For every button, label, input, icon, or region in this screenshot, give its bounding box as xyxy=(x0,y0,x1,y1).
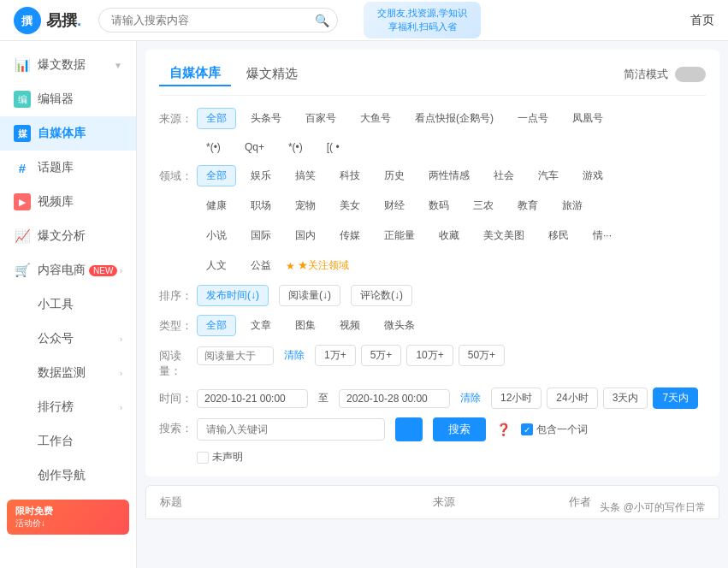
domain-focus-link[interactable]: ★ ★关注领域 xyxy=(286,258,349,273)
read-clear-btn[interactable]: 清除 xyxy=(284,348,305,363)
domain-qing[interactable]: 情··· xyxy=(583,225,621,246)
time-7d[interactable]: 7天内 xyxy=(653,388,698,409)
sidebar-item-paihang[interactable]: 排行榜 › xyxy=(0,390,136,424)
time-clear-btn[interactable]: 清除 xyxy=(460,391,481,405)
domain-zhichang[interactable]: 职场 xyxy=(241,195,281,216)
domain-chuanmei[interactable]: 传媒 xyxy=(330,225,370,246)
sidebar-item-shujujiankong[interactable]: 数据监测 › xyxy=(0,356,136,390)
source-toutiao[interactable]: 头条号 xyxy=(241,108,291,129)
source-wx[interactable]: *(•) xyxy=(197,138,230,157)
domain-keji[interactable]: 科技 xyxy=(330,165,370,186)
domain-meiwen[interactable]: 美文美图 xyxy=(474,225,534,246)
search-help-icon[interactable]: ❓ xyxy=(496,423,511,436)
color-select-btn[interactable] xyxy=(395,417,423,441)
domain-lianxing[interactable]: 两性情感 xyxy=(419,165,479,186)
domain-caijing[interactable]: 财经 xyxy=(375,195,414,216)
read-1w[interactable]: 1万+ xyxy=(315,345,356,366)
sidebar-label-gzh: 公众号 xyxy=(38,331,74,346)
search-submit-btn[interactable]: 搜索 xyxy=(433,417,486,441)
domain-gongyi[interactable]: 公益 xyxy=(241,255,281,276)
sidebar-item-shipinku[interactable]: ▶ 视频库 xyxy=(0,185,136,219)
tab-baowen-jingxuan[interactable]: 爆文精选 xyxy=(236,62,308,86)
sidebar-item-bianjiqqi[interactable]: 编 编辑器 xyxy=(0,82,136,116)
contain-word-checkbox[interactable]: ✓ 包含一个词 xyxy=(521,423,588,437)
sort-read-count[interactable]: 阅读量(↓) xyxy=(279,285,340,306)
type-gallery[interactable]: 图集 xyxy=(286,315,325,336)
source-kandian[interactable]: 看点快报(企鹅号) xyxy=(405,108,503,129)
keyword-input[interactable] xyxy=(197,418,385,441)
top-search-bar[interactable]: 🔍 xyxy=(98,8,338,33)
declare-row: 未声明 xyxy=(159,450,706,464)
domain-guonei[interactable]: 国内 xyxy=(286,225,325,246)
top-search-input[interactable] xyxy=(98,8,338,33)
declare-checkbox-row[interactable]: 未声明 xyxy=(197,450,706,464)
sort-label: 排序： xyxy=(159,285,197,304)
read-50w[interactable]: 50万+ xyxy=(459,345,505,366)
domain-lvyou[interactable]: 旅游 xyxy=(553,195,592,216)
type-article[interactable]: 文章 xyxy=(241,315,281,336)
source-yidian[interactable]: 一点号 xyxy=(508,108,558,129)
domain-jiaoyu[interactable]: 教育 xyxy=(508,195,547,216)
domain-youxi[interactable]: 游戏 xyxy=(573,165,613,186)
domain-shehui[interactable]: 社会 xyxy=(484,165,524,186)
sidebar-item-baowendata[interactable]: 📊 爆文数据 ▼ xyxy=(0,48,136,82)
promo-banner[interactable]: 限时免费 活动价↓ xyxy=(7,500,129,535)
domain-qiche[interactable]: 汽车 xyxy=(529,165,568,186)
home-link[interactable]: 首页 xyxy=(690,13,714,28)
sort-publish-time[interactable]: 发布时间(↓) xyxy=(197,285,269,306)
domain-yimin[interactable]: 移民 xyxy=(539,225,578,246)
sort-comment-count[interactable]: 评论数(↓) xyxy=(351,285,412,306)
sidebar-item-gongtai[interactable]: 工作台 xyxy=(0,424,136,459)
domain-guoji[interactable]: 国际 xyxy=(241,225,281,246)
read-10w[interactable]: 10万+ xyxy=(406,345,453,366)
source-fenghuang[interactable]: 凤凰号 xyxy=(563,108,613,129)
read-input[interactable] xyxy=(197,346,274,365)
sidebar-item-zimeiti[interactable]: 媒 自媒体库 xyxy=(0,116,136,151)
domain-all[interactable]: 全部 xyxy=(197,165,236,186)
domain-shuma[interactable]: 数码 xyxy=(419,195,459,216)
domain-chongwu[interactable]: 宠物 xyxy=(286,195,325,216)
time-12h[interactable]: 12小时 xyxy=(491,388,542,409)
domain-zhengneng[interactable]: 正能量 xyxy=(375,225,424,246)
sidebar-item-chuangzuo[interactable]: 创作导航 xyxy=(0,459,136,493)
domain-jiankang[interactable]: 健康 xyxy=(197,195,236,216)
sidebar-item-neirongec[interactable]: 🛒 内容电商 NEW › xyxy=(0,253,136,287)
source-wx2[interactable]: *(•) xyxy=(279,138,312,157)
domain-label4 xyxy=(159,255,197,258)
domain-yule[interactable]: 娱乐 xyxy=(241,165,281,186)
domain-sannong[interactable]: 三农 xyxy=(464,195,503,216)
domain-meinv[interactable]: 美女 xyxy=(330,195,370,216)
source-qq[interactable]: Qq+ xyxy=(235,138,274,157)
time-24h[interactable]: 24小时 xyxy=(547,388,597,409)
rank-icon xyxy=(14,399,31,416)
domain-shoucang[interactable]: 收藏 xyxy=(429,225,469,246)
time-3d[interactable]: 3天内 xyxy=(603,388,648,409)
domain-xiaoshuo[interactable]: 小说 xyxy=(197,225,236,246)
source-other[interactable]: [( • xyxy=(317,138,349,157)
sidebar-item-gongzhonghao[interactable]: 公众号 › xyxy=(0,322,136,356)
source-options: 全部 头条号 百家号 大鱼号 看点快报(企鹅号) 一点号 凤凰号 xyxy=(197,108,706,129)
read-5w[interactable]: 5万+ xyxy=(361,345,402,366)
tool-icon xyxy=(14,296,31,313)
tab-zimeiti[interactable]: 自媒体库 xyxy=(159,62,231,86)
sidebar-item-xiaogongju[interactable]: 小工具 xyxy=(0,287,136,322)
domain-renwen[interactable]: 人文 xyxy=(197,255,236,276)
sidebar-item-baowenanalysis[interactable]: 📈 爆文分析 xyxy=(0,219,136,253)
domain-lishi[interactable]: 历史 xyxy=(375,165,414,186)
time-label: 时间： xyxy=(159,388,197,406)
time-start-input[interactable] xyxy=(197,389,308,408)
domain-gaoxiao[interactable]: 搞笑 xyxy=(286,165,325,186)
domain-options: 全部 娱乐 搞笑 科技 历史 两性情感 社会 汽车 游戏 xyxy=(197,165,706,186)
source-baijiahao[interactable]: 百家号 xyxy=(296,108,346,129)
source-all[interactable]: 全部 xyxy=(197,108,236,129)
jieji-toggle[interactable] xyxy=(675,67,706,82)
type-video[interactable]: 视频 xyxy=(330,315,370,336)
time-end-input[interactable] xyxy=(339,389,450,408)
sidebar-label-xiaogongju: 小工具 xyxy=(38,297,74,312)
type-micro[interactable]: 微头条 xyxy=(375,315,424,336)
source-dayuhao[interactable]: 大鱼号 xyxy=(351,108,400,129)
search-icon: 🔍 xyxy=(315,14,329,27)
sidebar-item-huatiku[interactable]: # 话题库 xyxy=(0,151,136,185)
domain-filter-row3: 小说 国际 国内 传媒 正能量 收藏 美文美图 移民 情··· xyxy=(159,225,706,246)
type-all[interactable]: 全部 xyxy=(197,315,236,336)
